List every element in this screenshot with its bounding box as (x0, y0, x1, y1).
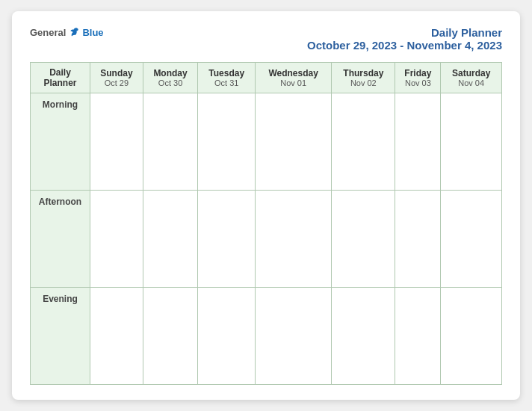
afternoon-saturday-cell[interactable] (441, 191, 502, 288)
col-header-sunday: Sunday Oct 29 (90, 63, 143, 93)
evening-monday-cell[interactable] (143, 288, 198, 385)
afternoon-label: Afternoon (31, 191, 90, 288)
morning-monday-cell[interactable] (143, 93, 198, 191)
logo: General Blue (30, 26, 104, 38)
morning-row: Morning (31, 93, 502, 191)
day-date-oct30: Oct 30 (146, 78, 195, 87)
header-planner-label: Planner (34, 78, 87, 88)
logo-blue-text: Blue (82, 27, 103, 38)
planner-date-range: October 29, 2023 - November 4, 2023 (307, 39, 502, 52)
morning-label: Morning (31, 93, 90, 191)
planner-title: Daily Planner (307, 26, 502, 39)
evening-saturday-cell[interactable] (441, 288, 502, 385)
header-daily-label: Daily (34, 67, 87, 78)
day-date-oct31: Oct 31 (201, 78, 252, 87)
header: General Blue Daily Planner October 29, 2… (30, 26, 502, 52)
col-header-saturday: Saturday Nov 04 (441, 63, 502, 93)
morning-sunday-cell[interactable] (90, 93, 143, 191)
col-header-tuesday: Tuesday Oct 31 (198, 63, 256, 93)
morning-saturday-cell[interactable] (441, 93, 502, 191)
afternoon-friday-cell[interactable] (395, 191, 441, 288)
evening-sunday-cell[interactable] (90, 288, 143, 385)
col-header-thursday: Thursday Nov 02 (332, 63, 395, 93)
planner-header-cell: Daily Planner (31, 63, 90, 93)
logo-area: General Blue (30, 26, 104, 38)
page: General Blue Daily Planner October 29, 2… (12, 11, 520, 400)
col-header-monday: Monday Oct 30 (143, 63, 198, 93)
afternoon-tuesday-cell[interactable] (198, 191, 256, 288)
evening-friday-cell[interactable] (395, 288, 441, 385)
evening-label: Evening (31, 288, 90, 385)
morning-tuesday-cell[interactable] (198, 93, 256, 191)
day-date-nov04: Nov 04 (444, 78, 498, 87)
day-date-nov03: Nov 03 (398, 78, 437, 87)
evening-tuesday-cell[interactable] (198, 288, 256, 385)
evening-row: Evening (31, 288, 502, 385)
day-name-wednesday: Wednesday (259, 68, 328, 78)
day-name-friday: Friday (398, 68, 437, 78)
calendar-table: Daily Planner Sunday Oct 29 Monday Oct 3… (30, 62, 502, 385)
afternoon-sunday-cell[interactable] (90, 191, 143, 288)
evening-thursday-cell[interactable] (332, 288, 395, 385)
day-date-nov01: Nov 01 (259, 78, 328, 87)
day-name-tuesday: Tuesday (201, 68, 252, 78)
logo-bird-icon (69, 26, 81, 38)
morning-wednesday-cell[interactable] (256, 93, 332, 191)
day-name-saturday: Saturday (444, 68, 498, 78)
afternoon-thursday-cell[interactable] (332, 191, 395, 288)
day-name-sunday: Sunday (93, 68, 140, 78)
col-header-friday: Friday Nov 03 (395, 63, 441, 93)
title-area: Daily Planner October 29, 2023 - Novembe… (307, 26, 502, 52)
day-name-thursday: Thursday (335, 68, 392, 78)
day-date-oct29: Oct 29 (93, 78, 140, 87)
morning-friday-cell[interactable] (395, 93, 441, 191)
column-header-row: Daily Planner Sunday Oct 29 Monday Oct 3… (31, 63, 502, 93)
afternoon-row: Afternoon (31, 191, 502, 288)
afternoon-wednesday-cell[interactable] (256, 191, 332, 288)
afternoon-monday-cell[interactable] (143, 191, 198, 288)
morning-thursday-cell[interactable] (332, 93, 395, 191)
day-date-nov02: Nov 02 (335, 78, 392, 87)
day-name-monday: Monday (146, 68, 195, 78)
col-header-wednesday: Wednesday Nov 01 (256, 63, 332, 93)
logo-general-text: General (30, 27, 66, 38)
evening-wednesday-cell[interactable] (256, 288, 332, 385)
